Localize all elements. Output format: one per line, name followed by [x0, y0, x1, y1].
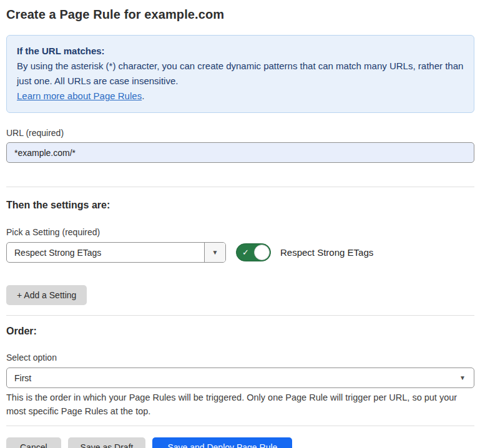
url-match-info-box: If the URL matches: By using the asteris…: [6, 35, 474, 113]
save-as-draft-button[interactable]: Save as Draft: [68, 437, 146, 448]
order-section-heading: Order:: [6, 326, 474, 337]
url-field-label: URL (required): [6, 128, 474, 138]
order-select[interactable]: First ▼: [6, 368, 474, 388]
section-divider: [6, 315, 474, 316]
add-setting-button[interactable]: + Add a Setting: [6, 285, 87, 305]
info-box-link-line: Learn more about Page Rules.: [17, 89, 464, 104]
setting-select[interactable]: Respect Strong ETags ▼: [6, 242, 226, 263]
info-box-heading: If the URL matches:: [17, 44, 464, 59]
order-select-value: First: [7, 373, 459, 383]
cancel-button[interactable]: Cancel: [6, 437, 61, 448]
link-period: .: [142, 90, 144, 101]
order-help-text: This is the order in which your Page Rul…: [6, 391, 474, 418]
footer-divider: [6, 426, 474, 426]
section-divider: [6, 187, 474, 187]
learn-more-link[interactable]: Learn more about Page Rules: [17, 90, 142, 101]
setting-select-value: Respect Strong ETags: [7, 248, 204, 258]
page-rule-form: Create a Page Rule for example.com If th…: [0, 0, 480, 448]
toggle-knob: [254, 245, 270, 260]
chevron-down-icon: ▼: [459, 375, 474, 381]
url-input[interactable]: [6, 142, 474, 163]
setting-select-arrow-button[interactable]: ▼: [204, 243, 225, 262]
page-title: Create a Page Rule for example.com: [6, 7, 474, 22]
setting-toggle[interactable]: ✓: [236, 243, 271, 261]
setting-row: Respect Strong ETags ▼ ✓ Respect Strong …: [6, 242, 474, 263]
footer-actions: Cancel Save as Draft Save and Deploy Pag…: [6, 437, 474, 448]
chevron-down-icon: ▼: [212, 250, 218, 256]
save-and-deploy-button[interactable]: Save and Deploy Page Rule: [152, 437, 292, 448]
info-box-body: By using the asterisk (*) character, you…: [17, 59, 464, 89]
pick-setting-label: Pick a Setting (required): [6, 227, 474, 237]
check-icon: ✓: [242, 248, 249, 257]
settings-section-heading: Then the settings are:: [6, 200, 474, 211]
setting-toggle-group: ✓ Respect Strong ETags: [236, 243, 373, 261]
order-select-label: Select option: [6, 353, 474, 363]
toggle-label: Respect Strong ETags: [280, 247, 373, 258]
